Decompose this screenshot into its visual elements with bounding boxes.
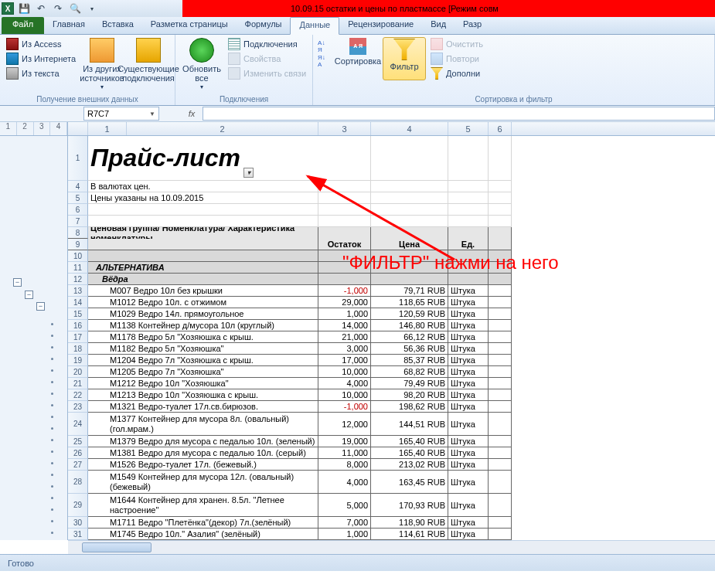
clear-icon — [431, 38, 443, 50]
connections-icon — [228, 38, 240, 50]
table-row[interactable]: 29М1644 Контейнер для хранен. 8.5л. "Лет… — [68, 494, 715, 517]
horizontal-scrollbar[interactable] — [68, 540, 715, 554]
sheet-area: 1234 − − − 1 2 3 4 5 6 — [0, 122, 715, 540]
filter-button[interactable]: Фильтр — [383, 37, 426, 80]
tab-review[interactable]: Рецензирование — [339, 17, 422, 34]
qat-dropdown-icon[interactable]: ▾ — [85, 2, 99, 15]
undo-icon[interactable]: ↶ — [34, 2, 48, 15]
save-icon[interactable]: 💾 — [17, 2, 31, 15]
category-row: АЛЬТЕРНАТИВА — [88, 262, 318, 274]
search-icon[interactable]: 🔍 — [68, 2, 82, 15]
refresh-all-button[interactable]: Обновить все▾ — [180, 37, 223, 92]
sort-desc-button[interactable]: Я↓A — [318, 55, 333, 67]
existing-connections-button[interactable]: Существующие подключения — [127, 37, 170, 92]
title-dropdown-icon[interactable]: ▾ — [243, 168, 254, 178]
table-header-ost: Остаток — [318, 239, 371, 250]
group-sort-filter: A↓Я Я↓A A Я Сортировка Фильтр Очистить П… — [313, 35, 715, 105]
grid[interactable]: 1 Прайс-лист ▾ 4 В валютах цен. 5 Цены у… — [68, 136, 715, 540]
table-row[interactable]: 13М007 Ведро 10л без крышки-1,00079,71 R… — [68, 285, 715, 297]
table-row[interactable]: 20М1205 Ведро 7л "Хозяюшка"10,00068,82 R… — [68, 366, 715, 378]
column-headers[interactable]: 1 2 3 4 5 6 — [68, 122, 715, 136]
tab-page-layout[interactable]: Разметка страницы — [142, 17, 237, 34]
table-header-name: Ценовая группа/ Номенклатура/ Характерис… — [88, 227, 318, 239]
sort-asc-button[interactable]: A↓Я — [318, 40, 333, 53]
group-external-data: Из Access Из Интернета Из текста Из друг… — [0, 35, 175, 105]
formula-bar-row: R7C7▼ fx — [0, 106, 715, 122]
existing-connections-icon — [136, 38, 161, 63]
formula-input[interactable] — [203, 107, 715, 121]
outline-collapse-icon[interactable]: − — [25, 291, 33, 299]
tab-data[interactable]: Данные — [290, 17, 339, 35]
table-row[interactable]: 23М1321 Ведро-туалет 17л.св.бирюзов.-1,0… — [68, 401, 715, 413]
group-connections: Обновить все▾ Подключения Свойства Измен… — [175, 35, 313, 105]
sort-icon: A Я — [349, 38, 366, 55]
from-web-button[interactable]: Из Интернета — [5, 52, 77, 66]
funnel-icon — [393, 39, 415, 60]
refresh-icon — [189, 38, 214, 63]
from-text-button[interactable]: Из текста — [5, 66, 77, 80]
table-row[interactable]: 25М1379 Ведро для мусора с педалью 10л. … — [68, 436, 715, 447]
sort-button[interactable]: A Я Сортировка — [336, 37, 380, 80]
tab-insert[interactable]: Вставка — [94, 17, 142, 34]
group-label: Подключения — [180, 94, 308, 105]
ribbon: Из Access Из Интернета Из текста Из друг… — [0, 35, 715, 106]
tab-formulas[interactable]: Формулы — [237, 17, 291, 34]
quick-access-toolbar: X 💾 ↶ ↷ 🔍 ▾ — [0, 0, 182, 17]
title-bar: X 💾 ↶ ↷ 🔍 ▾ 10.09.15 остатки и цены по п… — [0, 0, 715, 17]
chevron-down-icon[interactable]: ▼ — [149, 110, 155, 117]
fx-icon[interactable]: fx — [181, 109, 203, 118]
outline-level-buttons[interactable]: 1234 — [0, 122, 67, 136]
web-icon — [6, 53, 19, 65]
table-row[interactable]: 14М1012 Ведро 10л. с отжимом29,000118,65… — [68, 297, 715, 308]
text-icon — [6, 67, 19, 80]
table-row[interactable]: 27М1526 Ведро-туалет 17л. (бежевый.)8,00… — [68, 459, 715, 471]
subcategory-row: Вёдра — [88, 274, 318, 285]
table-row[interactable]: 17М1178 Ведро 5л "Хозяюшка с крыш.21,000… — [68, 331, 715, 343]
annotation-text: "ФИЛЬТР" нажми на него — [342, 252, 559, 274]
clear-filter-button[interactable]: Очистить — [429, 37, 485, 51]
table-row[interactable]: 15М1029 Ведро 14л. прямоугольное1,000120… — [68, 308, 715, 320]
outline-collapse-icon[interactable]: − — [13, 278, 22, 287]
connections-button[interactable]: Подключения — [226, 37, 308, 51]
edit-links-icon — [228, 67, 240, 80]
tab-developer[interactable]: Разр — [455, 17, 490, 34]
table-row[interactable]: 16М1138 Контейнер д/мусора 10л (круглый)… — [68, 320, 715, 331]
reapply-icon — [431, 53, 443, 65]
excel-icon: X — [2, 2, 14, 15]
table-row[interactable]: 18М1182 Ведро 5л "Хозяюшка"3,00056,36 RU… — [68, 343, 715, 355]
table-row[interactable]: 28М1549 Контейнер для мусора 12л. (оваль… — [68, 471, 715, 494]
table-row[interactable]: 30М1711 Ведро "Плетёнка"(декор) 7л.(зелё… — [68, 517, 715, 529]
group-label: Сортировка и фильтр — [318, 94, 710, 105]
outline-collapse-icon[interactable]: − — [36, 302, 45, 311]
outline-rail: 1234 − − − — [0, 122, 68, 540]
table-header-unit: Ед. — [448, 239, 489, 250]
properties-button[interactable]: Свойства — [226, 52, 308, 66]
tab-view[interactable]: Вид — [422, 17, 455, 34]
table-row[interactable]: 22М1213 Ведро 10л "Хозяюшка с крыш.10,00… — [68, 389, 715, 401]
table-row[interactable]: 24М1377 Контейнер для мусора 8л. (овальн… — [68, 413, 715, 436]
name-box[interactable]: R7C7▼ — [83, 107, 159, 121]
window-title: 10.09.15 остатки и цены по пластмассе [Р… — [182, 0, 715, 17]
ribbon-tabs: Файл Главная Вставка Разметка страницы Ф… — [0, 17, 715, 35]
from-access-button[interactable]: Из Access — [5, 37, 77, 51]
edit-links-button[interactable]: Изменить связи — [226, 66, 308, 80]
table-header-price: Цена — [371, 239, 448, 250]
access-icon — [6, 38, 19, 50]
other-sources-icon — [90, 38, 114, 63]
reapply-button[interactable]: Повтори — [429, 52, 485, 66]
tab-file[interactable]: Файл — [2, 17, 44, 34]
table-row[interactable]: 19М1204 Ведро 7л "Хозяюшка с крыш.17,000… — [68, 355, 715, 366]
advanced-icon — [431, 67, 443, 80]
properties-icon — [228, 53, 240, 65]
table-row[interactable]: 26М1381 Ведро для мусора с педалью 10л. … — [68, 447, 715, 459]
status-bar: Готово — [0, 554, 715, 571]
tab-home[interactable]: Главная — [44, 17, 94, 34]
redo-icon[interactable]: ↷ — [51, 2, 65, 15]
advanced-filter-button[interactable]: Дополни — [429, 66, 485, 80]
group-label: Получение внешних данных — [5, 94, 170, 105]
table-row[interactable]: 21М1212 Ведро 10л "Хозяюшка"4,00079,49 R… — [68, 378, 715, 389]
table-row[interactable]: 31М1745 Ведро 10л." Азалия" (зелёный)1,0… — [68, 529, 715, 540]
sheet-title: Прайс-лист ▾ — [88, 136, 318, 181]
